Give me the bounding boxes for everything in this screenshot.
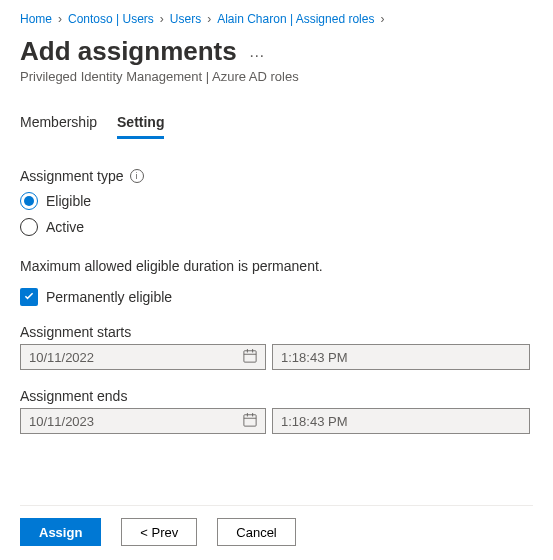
checkmark-icon — [20, 288, 38, 306]
info-icon[interactable]: i — [130, 169, 144, 183]
tab-membership[interactable]: Membership — [20, 114, 97, 139]
tabs: Membership Setting — [20, 114, 533, 140]
radio-eligible[interactable]: Eligible — [20, 192, 533, 210]
breadcrumb-contoso-users[interactable]: Contoso | Users — [68, 12, 154, 26]
ends-time-input[interactable]: 1:18:43 PM — [272, 408, 530, 434]
starts-date-value: 10/11/2022 — [29, 350, 94, 365]
tab-setting[interactable]: Setting — [117, 114, 164, 139]
chevron-right-icon: › — [58, 12, 62, 26]
footer-buttons: Assign < Prev Cancel — [20, 505, 533, 546]
starts-date-input[interactable]: 10/11/2022 — [20, 344, 266, 370]
svg-rect-4 — [244, 414, 256, 425]
radio-active[interactable]: Active — [20, 218, 533, 236]
page-title: Add assignments — [20, 36, 237, 67]
prev-button[interactable]: < Prev — [121, 518, 197, 546]
ends-date-value: 10/11/2023 — [29, 414, 94, 429]
ends-date-input[interactable]: 10/11/2023 — [20, 408, 266, 434]
assign-button[interactable]: Assign — [20, 518, 101, 546]
ends-time-value: 1:18:43 PM — [281, 414, 348, 429]
starts-time-input[interactable]: 1:18:43 PM — [272, 344, 530, 370]
assignment-starts-label: Assignment starts — [20, 324, 533, 340]
assignment-type-radio-group: Eligible Active — [20, 192, 533, 236]
more-actions-icon[interactable]: … — [249, 43, 265, 61]
permanently-eligible-label: Permanently eligible — [46, 289, 172, 305]
chevron-right-icon: › — [380, 12, 384, 26]
chevron-right-icon: › — [207, 12, 211, 26]
breadcrumb-users[interactable]: Users — [170, 12, 201, 26]
cancel-button[interactable]: Cancel — [217, 518, 295, 546]
starts-time-value: 1:18:43 PM — [281, 350, 348, 365]
duration-note: Maximum allowed eligible duration is per… — [20, 258, 533, 274]
page-subtitle: Privileged Identity Management | Azure A… — [20, 69, 533, 84]
permanently-eligible-checkbox[interactable]: Permanently eligible — [20, 288, 533, 306]
svg-rect-0 — [244, 350, 256, 361]
radio-icon — [20, 218, 38, 236]
radio-eligible-label: Eligible — [46, 193, 91, 209]
breadcrumb-assigned-roles[interactable]: Alain Charon | Assigned roles — [217, 12, 374, 26]
calendar-icon — [243, 413, 257, 430]
chevron-right-icon: › — [160, 12, 164, 26]
breadcrumb-home[interactable]: Home — [20, 12, 52, 26]
breadcrumb: Home› Contoso | Users› Users› Alain Char… — [20, 12, 533, 26]
calendar-icon — [243, 349, 257, 366]
assignment-type-label: Assignment type — [20, 168, 124, 184]
radio-icon — [20, 192, 38, 210]
radio-active-label: Active — [46, 219, 84, 235]
assignment-ends-label: Assignment ends — [20, 388, 533, 404]
